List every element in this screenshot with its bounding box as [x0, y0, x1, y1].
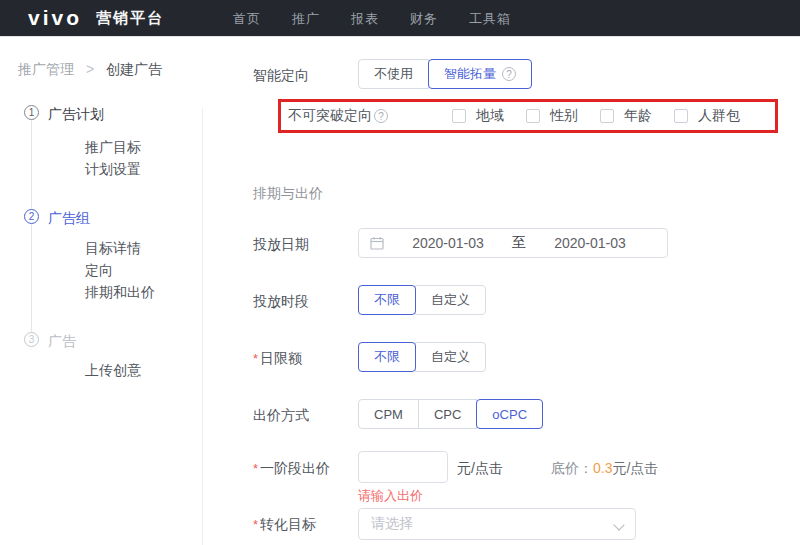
bid-cpm-label: CPM	[374, 407, 403, 422]
step3-title-ad[interactable]: 广告	[48, 333, 76, 351]
time-slot-options: 不限 自定义	[358, 285, 486, 315]
stage-bid-error-message: 请输入出价	[358, 487, 423, 505]
limit-unlimited-label: 不限	[374, 348, 400, 366]
calendar-icon	[370, 236, 384, 250]
top-nav-menu: 首页 推广 报表 财务 工具箱	[233, 0, 511, 37]
floor-price-label: 底价：	[551, 460, 593, 476]
required-asterisk: *	[253, 351, 258, 366]
region-checkbox-box[interactable]	[452, 109, 466, 123]
daily-limit-options: 不限 自定义	[358, 342, 486, 372]
time-unlimited-button[interactable]: 不限	[358, 285, 416, 315]
gender-checkbox-label: 性别	[550, 107, 578, 125]
schedule-section-title: 排期与出价	[253, 185, 323, 203]
strict-targeting-highlight-box: 不可突破定向 ? 地域 性别 年龄 人群包	[278, 99, 778, 133]
chevron-down-icon	[613, 519, 624, 530]
bid-type-options: CPM CPC oCPC	[358, 399, 543, 429]
stage-bid-unit: 元/点击	[457, 460, 503, 478]
checkbox-region[interactable]: 地域	[452, 107, 504, 125]
stage-bid-input[interactable]	[358, 451, 448, 483]
step-connector-line	[31, 119, 32, 335]
age-checkbox-box[interactable]	[600, 109, 614, 123]
gender-checkbox-box[interactable]	[526, 109, 540, 123]
breadcrumb: 推广管理 > 创建广告	[18, 61, 162, 79]
ad-creation-page: vivo 营销平台 首页 推广 报表 财务 工具箱 推广管理 > 创建广告 1 …	[0, 0, 800, 545]
step1-circle: 1	[24, 105, 39, 120]
smart-targeting-on-label: 智能拓量	[444, 65, 496, 83]
smart-targeting-on-button[interactable]: 智能拓量 ?	[428, 59, 532, 89]
smart-targeting-off-button[interactable]: 不使用	[358, 59, 429, 89]
smart-targeting-off-label: 不使用	[374, 65, 413, 83]
step2-sub-targeting[interactable]: 定向	[85, 262, 113, 280]
floor-price-value: 0.3	[593, 460, 612, 476]
step2-title-ad-group[interactable]: 广告组	[48, 210, 90, 228]
step1-title-ad-plan[interactable]: 广告计划	[48, 106, 104, 124]
checkbox-gender[interactable]: 性别	[526, 107, 578, 125]
strict-targeting-label: 不可突破定向 ?	[288, 107, 388, 125]
required-asterisk: *	[253, 517, 258, 532]
age-checkbox-label: 年龄	[624, 107, 652, 125]
bid-type-label: 出价方式	[253, 407, 309, 425]
smart-targeting-label: 智能定向	[253, 67, 309, 85]
stage-bid-label-text: 一阶段出价	[260, 460, 330, 476]
floor-price-text: 底价：0.3元/点击	[551, 460, 658, 478]
step1-sub-promotion-goal[interactable]: 推广目标	[85, 139, 141, 157]
required-asterisk: *	[253, 461, 258, 476]
step1-sub-plan-settings[interactable]: 计划设置	[85, 161, 141, 179]
checkbox-crowd[interactable]: 人群包	[674, 107, 740, 125]
strict-targeting-label-text: 不可突破定向	[288, 107, 372, 125]
bid-ocpc-label: oCPC	[492, 407, 527, 422]
breadcrumb-parent[interactable]: 推广管理	[18, 61, 74, 77]
daily-limit-label: *日限额	[253, 350, 302, 368]
step2-circle: 2	[24, 209, 39, 224]
smart-targeting-options: 不使用 智能拓量 ?	[358, 59, 532, 89]
bid-cpc-button[interactable]: CPC	[418, 399, 477, 429]
step2-sub-schedule-bid[interactable]: 排期和出价	[85, 284, 155, 302]
daily-limit-label-text: 日限额	[260, 350, 302, 366]
top-navigation-bar: vivo 营销平台 首页 推广 报表 财务 工具箱	[0, 0, 800, 37]
date-to-separator: 至	[512, 234, 526, 252]
nav-item-promotion[interactable]: 推广	[292, 10, 320, 28]
step2-sub-goal-details[interactable]: 目标详情	[85, 240, 141, 258]
platform-title: 营销平台	[96, 9, 164, 28]
limit-unlimited-button[interactable]: 不限	[358, 342, 416, 372]
crowd-checkbox-box[interactable]	[674, 109, 688, 123]
conversion-goal-label: *转化目标	[253, 516, 316, 534]
sidebar-divider	[202, 108, 203, 545]
breadcrumb-current: 创建广告	[106, 61, 162, 77]
help-icon[interactable]: ?	[502, 67, 516, 81]
conversion-goal-label-text: 转化目标	[260, 516, 316, 532]
nav-item-report[interactable]: 报表	[351, 10, 379, 28]
time-unlimited-label: 不限	[374, 291, 400, 309]
step3-circle: 3	[24, 332, 39, 347]
stage-bid-label: *一阶段出价	[253, 460, 330, 478]
region-checkbox-label: 地域	[476, 107, 504, 125]
conversion-goal-placeholder: 请选择	[371, 515, 413, 533]
conversion-goal-select[interactable]: 请选择	[358, 508, 636, 540]
nav-item-finance[interactable]: 财务	[410, 10, 438, 28]
time-custom-button[interactable]: 自定义	[415, 285, 486, 315]
date-label: 投放日期	[253, 236, 309, 254]
time-slot-label: 投放时段	[253, 293, 309, 311]
nav-item-home[interactable]: 首页	[233, 10, 261, 28]
bid-cpc-label: CPC	[434, 407, 461, 422]
time-custom-label: 自定义	[431, 291, 470, 309]
help-icon[interactable]: ?	[374, 109, 388, 123]
crowd-checkbox-label: 人群包	[698, 107, 740, 125]
breadcrumb-separator: >	[86, 61, 94, 77]
limit-custom-button[interactable]: 自定义	[415, 342, 486, 372]
bid-cpm-button[interactable]: CPM	[358, 399, 419, 429]
checkbox-age[interactable]: 年龄	[600, 107, 652, 125]
nav-item-toolbox[interactable]: 工具箱	[469, 10, 511, 28]
vivo-logo: vivo	[28, 6, 82, 30]
step3-sub-upload-creative[interactable]: 上传创意	[85, 362, 141, 380]
end-date-value[interactable]: 2020-01-03	[526, 235, 654, 251]
limit-custom-label: 自定义	[431, 348, 470, 366]
date-range-picker[interactable]: 2020-01-03 至 2020-01-03	[358, 228, 668, 258]
bid-ocpc-button[interactable]: oCPC	[476, 399, 543, 429]
floor-price-unit: 元/点击	[612, 460, 658, 476]
start-date-value[interactable]: 2020-01-03	[384, 235, 512, 251]
